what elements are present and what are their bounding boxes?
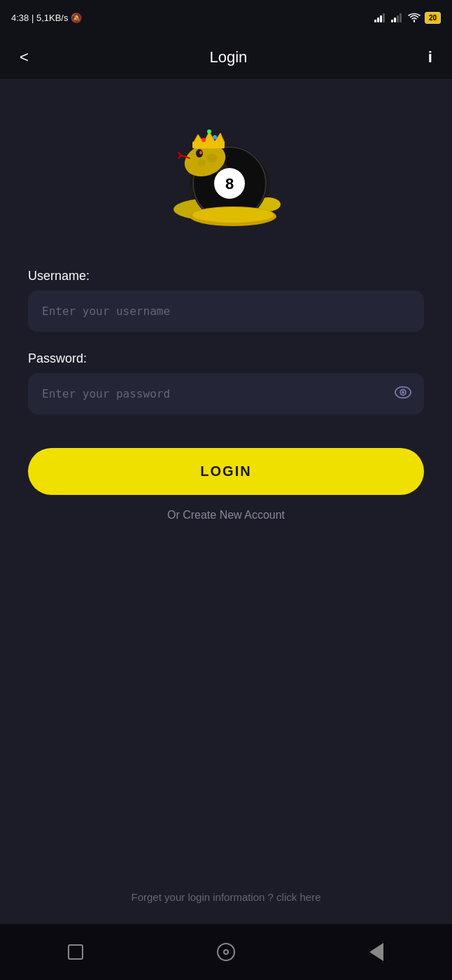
- forget-area: Forget your login information ? click he…: [28, 536, 424, 924]
- status-time-network: 4:38 | 5,1KB/s 🔕: [11, 13, 82, 23]
- svg-point-20: [197, 159, 206, 166]
- login-button[interactable]: LOGIN: [28, 448, 424, 495]
- svg-rect-2: [380, 15, 382, 22]
- svg-rect-1: [377, 18, 379, 22]
- svg-rect-7: [400, 13, 402, 22]
- forget-link[interactable]: Forget your login information ? click he…: [132, 891, 321, 924]
- wifi-icon: [408, 13, 421, 22]
- svg-point-27: [192, 207, 274, 223]
- logo-area: 8: [163, 108, 289, 234]
- password-wrapper: [28, 373, 424, 414]
- svg-point-19: [206, 154, 218, 162]
- square-icon: [68, 944, 83, 960]
- nav-back-button[interactable]: [355, 938, 397, 966]
- password-input[interactable]: [28, 373, 424, 414]
- signal-icon-1: [374, 13, 387, 22]
- login-form: Username: Password: LOGIN Or Crea: [28, 269, 424, 536]
- svg-rect-22: [192, 141, 225, 148]
- password-label: Password:: [28, 351, 424, 366]
- app-logo: 8: [163, 108, 289, 234]
- svg-rect-3: [383, 13, 385, 22]
- svg-text:8: 8: [225, 175, 234, 192]
- page-title: Login: [209, 48, 247, 66]
- username-label: Username:: [28, 269, 424, 284]
- triangle-icon: [369, 943, 383, 961]
- svg-rect-5: [394, 18, 396, 22]
- password-field-group: Password:: [28, 351, 424, 414]
- status-icons: 20: [374, 12, 441, 24]
- nav-square-button[interactable]: [55, 938, 97, 966]
- main-content: 8 Us: [0, 80, 452, 924]
- svg-rect-6: [397, 15, 399, 22]
- signal-icon-2: [391, 13, 404, 22]
- nav-home-button[interactable]: [205, 938, 247, 966]
- battery-indicator: 20: [425, 12, 441, 24]
- create-account-link[interactable]: Or Create New Account: [28, 509, 424, 522]
- svg-point-30: [402, 391, 404, 393]
- circle-icon: [217, 943, 235, 961]
- svg-rect-4: [391, 20, 393, 22]
- svg-point-23: [202, 138, 206, 142]
- app-bar: < Login i: [0, 35, 452, 80]
- status-bar: 4:38 | 5,1KB/s 🔕 20: [0, 0, 452, 35]
- svg-rect-0: [374, 20, 376, 22]
- username-field-group: Username:: [28, 269, 424, 332]
- info-button[interactable]: i: [423, 43, 438, 72]
- username-input[interactable]: [28, 290, 424, 332]
- svg-point-18: [199, 151, 202, 155]
- back-button[interactable]: <: [14, 43, 34, 72]
- nav-bar: [0, 924, 452, 980]
- toggle-password-icon[interactable]: [395, 386, 411, 402]
- svg-point-24: [213, 135, 217, 139]
- svg-point-25: [207, 130, 211, 134]
